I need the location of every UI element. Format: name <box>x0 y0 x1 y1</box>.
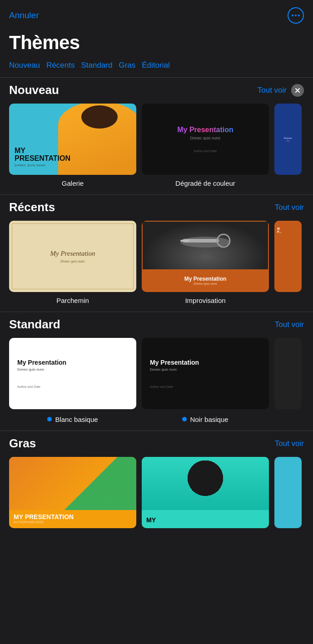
template-gras2[interactable]: MY <box>142 457 269 532</box>
section-gras-header: Gras Tout voir <box>9 436 304 451</box>
thumb-partial-standard <box>274 338 302 409</box>
cancel-button[interactable]: Annuler <box>9 10 39 20</box>
tab-editorial[interactable]: Éditorial <box>142 61 176 70</box>
header: Annuler <box>0 0 313 28</box>
improvisation-label: Improvisation <box>185 297 225 304</box>
section-recents-title: Récents <box>9 200 55 214</box>
degrade-subtitle: Donec quis nunc <box>190 136 220 140</box>
template-blanc[interactable]: My Presentation Donec quis nunc Author a… <box>9 338 136 423</box>
section-standard-header: Standard Tout voir <box>9 317 304 332</box>
template-gras1[interactable]: MY PRESENTATION AUTHOR AND DATE <box>9 457 136 532</box>
section-gras: Gras Tout voir MY PRESENTATION AUTHOR AN… <box>0 431 313 539</box>
category-tabs: Nouveau Récents Standard Gras Éditorial <box>0 61 313 77</box>
galerie-image: MYPRESENTATION DONEC QUIS NUNC <box>9 104 136 175</box>
gras1-pres-text: MY PRESENTATION <box>14 513 132 520</box>
thumb-partial-recents: MP... <box>274 221 302 292</box>
nouveau-tout-voir-button[interactable]: Tout voir <box>258 86 287 95</box>
galerie-main-text: MYPRESENTATION <box>15 147 70 163</box>
thumb-degrade: My Presentation Donec quis nunc Author a… <box>142 104 269 175</box>
section-nouveau-actions: Tout voir <box>258 84 304 97</box>
blanc-dot-label: Blanc basique <box>47 415 98 423</box>
blanc-label: Blanc basique <box>55 416 98 423</box>
template-noir[interactable]: My Presentation Donec quis nunc Author a… <box>142 338 269 423</box>
svg-point-0 <box>292 15 293 16</box>
recents-tout-voir-button[interactable]: Tout voir <box>275 203 304 212</box>
galerie-text-overlay: MYPRESENTATION DONEC QUIS NUNC <box>15 147 70 167</box>
gras2-content: MY <box>142 457 269 528</box>
tab-gras[interactable]: Gras <box>119 61 142 70</box>
gras1-person <box>9 457 136 510</box>
improvisation-subtitle: Donec quis nunc <box>194 282 217 285</box>
parchemin-content: My Presentation Donec quis nunc <box>9 221 136 292</box>
template-partial-gras[interactable] <box>274 457 302 532</box>
thumb-gras1: MY PRESENTATION AUTHOR AND DATE <box>9 457 136 528</box>
tab-standard[interactable]: Standard <box>81 61 119 70</box>
noir-dot-label: Noir basique <box>182 415 228 423</box>
template-degrade[interactable]: My Presentation Donec quis nunc Author a… <box>142 104 269 187</box>
partial-recents-text: MP... <box>274 224 302 236</box>
noir-author: Author and Date <box>150 385 261 388</box>
section-standard: Standard Tout voir My Presentation Donec… <box>0 312 313 431</box>
thumb-parchemin: My Presentation Donec quis nunc <box>9 221 136 292</box>
noir-subtitle: Donec quis nunc <box>150 367 261 372</box>
template-parchemin[interactable]: My Presentation Donec quis nunc Parchemi… <box>9 221 136 304</box>
blanc-dot <box>47 417 52 421</box>
improvisation-orange-band: My Presentation Donec quis nunc <box>143 269 268 291</box>
blanc-subtitle: Donec quis nunc <box>17 367 128 372</box>
standard-tout-voir-button[interactable]: Tout voir <box>275 320 304 329</box>
bottom-spacer <box>0 539 313 553</box>
galerie-label: Galerie <box>62 179 84 187</box>
page-title: Thèmes <box>0 28 313 61</box>
close-icon <box>295 88 300 93</box>
svg-rect-8 <box>180 240 189 242</box>
template-galerie[interactable]: MYPRESENTATION DONEC QUIS NUNC Galerie <box>9 104 136 187</box>
section-recents-header: Récents Tout voir <box>9 200 304 214</box>
noir-dot <box>182 417 187 421</box>
section-nouveau: Nouveau Tout voir <box>0 77 313 194</box>
more-options-button[interactable] <box>288 7 304 24</box>
gras-tout-voir-button[interactable]: Tout voir <box>275 439 304 448</box>
galerie-sub-text: DONEC QUIS NUNC <box>15 164 70 167</box>
parchemin-label: Parchemin <box>56 297 89 304</box>
gras2-person <box>142 457 269 510</box>
degrade-label: Dégradé de couleur <box>175 179 235 187</box>
gras1-bottom: MY PRESENTATION AUTHOR AND DATE <box>14 513 132 524</box>
template-partial-blue[interactable]: Donec My <box>274 104 302 187</box>
svg-point-2 <box>298 15 300 16</box>
template-partial-recents[interactable]: MP... <box>274 221 302 304</box>
gras2-pres-text: MY <box>146 516 264 524</box>
improvisation-title: My Presentation <box>184 276 227 282</box>
degrade-title: My Presentation <box>177 126 234 134</box>
svg-point-1 <box>295 15 297 16</box>
parchemin-title: My Presentation <box>50 250 95 258</box>
parchemin-subtitle: Donec quis nunc <box>60 259 85 263</box>
template-partial-standard[interactable] <box>274 338 302 423</box>
trumpet-icon <box>174 226 237 253</box>
noir-content: My Presentation Donec quis nunc Author a… <box>142 338 269 409</box>
recents-templates-row: My Presentation Donec quis nunc Parchemi… <box>9 221 304 312</box>
degrade-content: My Presentation Donec quis nunc Author a… <box>142 104 269 175</box>
nouveau-close-button[interactable] <box>291 84 304 97</box>
blanc-author: Author and Date <box>17 385 128 388</box>
noir-title: My Presentation <box>150 359 261 366</box>
section-nouveau-title: Nouveau <box>9 83 59 97</box>
blanc-title: My Presentation <box>17 359 128 366</box>
gras1-date-text: AUTHOR AND DATE <box>14 520 132 524</box>
nouveau-templates-row: MYPRESENTATION DONEC QUIS NUNC Galerie M… <box>9 104 304 194</box>
degrade-author: Author and Date <box>194 149 217 153</box>
tab-nouveau[interactable]: Nouveau <box>9 61 46 70</box>
ellipsis-icon <box>292 15 300 16</box>
gras1-content: MY PRESENTATION AUTHOR AND DATE <box>9 457 136 528</box>
improvisation-content: My Presentation Donec quis nunc <box>142 221 269 292</box>
tab-recents[interactable]: Récents <box>46 61 81 70</box>
noir-label: Noir basique <box>190 416 228 423</box>
partial-blue-content: Donec My <box>274 104 302 175</box>
section-gras-title: Gras <box>9 436 36 451</box>
template-improvisation[interactable]: My Presentation Donec quis nunc Improvis… <box>142 221 269 304</box>
thumb-blanc: My Presentation Donec quis nunc Author a… <box>9 338 136 409</box>
blanc-content: My Presentation Donec quis nunc Author a… <box>9 338 136 409</box>
thumb-galerie: MYPRESENTATION DONEC QUIS NUNC <box>9 104 136 175</box>
thumb-noir: My Presentation Donec quis nunc Author a… <box>142 338 269 409</box>
section-standard-title: Standard <box>9 317 60 332</box>
section-nouveau-header: Nouveau Tout voir <box>9 83 304 97</box>
